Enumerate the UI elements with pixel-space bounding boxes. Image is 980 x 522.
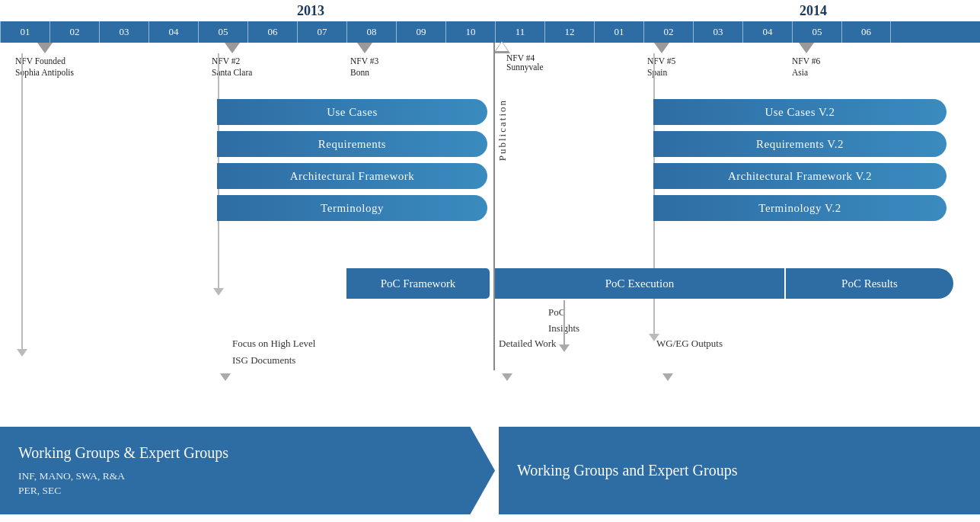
- month-09: 09: [396, 21, 445, 43]
- month-2014-04: 04: [742, 21, 792, 43]
- wg-box-left: Working Groups & Expert Groups INF, MANO…: [0, 427, 495, 514]
- month-08: 08: [346, 21, 396, 43]
- doc-bar-terminology-v2: Terminology V.2: [653, 195, 946, 221]
- wg-left-sub2: PER, SEC: [18, 485, 477, 497]
- month-02: 02: [49, 21, 99, 43]
- month-2014-05: 05: [792, 21, 841, 43]
- publication-label: Publication: [496, 99, 509, 161]
- wg-left-title: Working Groups & Expert Groups: [18, 444, 477, 462]
- wg-outputs-annotation: WG/EG Outputs: [656, 335, 723, 352]
- month-06: 06: [247, 21, 297, 43]
- timeline-bar: 01 02 03 04 05 06 07 08 09 10 11 12 01 0…: [0, 21, 980, 43]
- milestone-nfv5-label: NFV #5 Spain: [647, 56, 675, 78]
- milestone-nfv6-arrow: [799, 43, 814, 53]
- poc-execution-bar: PoC Execution: [495, 268, 784, 299]
- month-10: 10: [445, 21, 495, 43]
- year-2013: 2013: [297, 3, 324, 19]
- vert-line-nfv1: [21, 53, 23, 351]
- wg-box-right: Working Groups and Expert Groups: [499, 427, 980, 514]
- detailed-work-annotation: Detailed Work: [499, 335, 557, 352]
- month-01: 01: [0, 21, 49, 43]
- milestone-nfv4-arrow-inner: [496, 42, 508, 51]
- milestone-nfv3-arrow: [357, 43, 372, 53]
- poc-framework-bar: PoC Framework: [346, 268, 490, 299]
- publication-line: [493, 43, 495, 370]
- month-07: 07: [297, 21, 346, 43]
- month-04: 04: [148, 21, 198, 43]
- milestone-nfv3-label: NFV #3 Bonn: [350, 56, 378, 78]
- milestone-nfv6-label: NFV #6 Asia: [792, 56, 820, 78]
- month-2014-06: 06: [841, 21, 891, 43]
- doc-bar-arch-framework: Architectural Framework: [217, 163, 487, 189]
- milestone-nfv2-arrow: [225, 43, 240, 53]
- arrow-tip-nfv1: [17, 349, 27, 357]
- vert-line-poc-insights: [563, 300, 565, 346]
- milestone-nfv5: NFV #5 Spain: [647, 43, 675, 78]
- doc-bar-terminology: Terminology: [217, 195, 487, 221]
- milestone-nfv5-arrow: [654, 43, 669, 53]
- focus-annotation: Focus on High Level ISG Documents: [232, 335, 315, 369]
- milestone-nfv4-label: NFV #4 Sunnyvale: [506, 53, 544, 72]
- milestone-nfv1: NFV Founded Sophia Antipolis: [15, 43, 74, 78]
- arrow-tip-nfv2: [213, 288, 224, 296]
- wg-right-title: Working Groups and Expert Groups: [517, 462, 737, 479]
- doc-bar-use-cases-v2: Use Cases V.2: [653, 99, 946, 125]
- doc-bar-arch-framework-v2: Architectural Framework V.2: [653, 163, 946, 189]
- poc-results-bar: PoC Results: [786, 268, 953, 299]
- month-2014-01: 01: [594, 21, 643, 43]
- month-2014-02: 02: [643, 21, 693, 43]
- arrow-wg-outputs: [662, 373, 673, 381]
- milestone-nfv1-arrow: [37, 43, 53, 53]
- milestone-nfv6: NFV #6 Asia: [792, 43, 820, 78]
- month-2014-03: 03: [693, 21, 742, 43]
- month-12: 12: [544, 21, 594, 43]
- month-11: 11: [495, 21, 544, 43]
- arrow-poc-insights: [559, 344, 570, 352]
- wg-left-sub1: INF, MANO, SWA, R&A: [18, 468, 477, 485]
- main-container: 2013 2014 01 02 03 04 05 06 07 08 09 10 …: [0, 0, 980, 522]
- month-05: 05: [198, 21, 247, 43]
- month-03: 03: [99, 21, 148, 43]
- arrow-detailed: [502, 373, 512, 381]
- milestone-nfv3: NFV #3 Bonn: [350, 43, 378, 78]
- doc-bar-requirements: Requirements: [217, 131, 487, 157]
- arrow-focus: [220, 373, 231, 381]
- year-2014: 2014: [800, 3, 827, 19]
- doc-bar-requirements-v2: Requirements V.2: [653, 131, 946, 157]
- milestone-nfv1-label: NFV Founded Sophia Antipolis: [15, 56, 74, 78]
- doc-bar-use-cases: Use Cases: [217, 99, 487, 125]
